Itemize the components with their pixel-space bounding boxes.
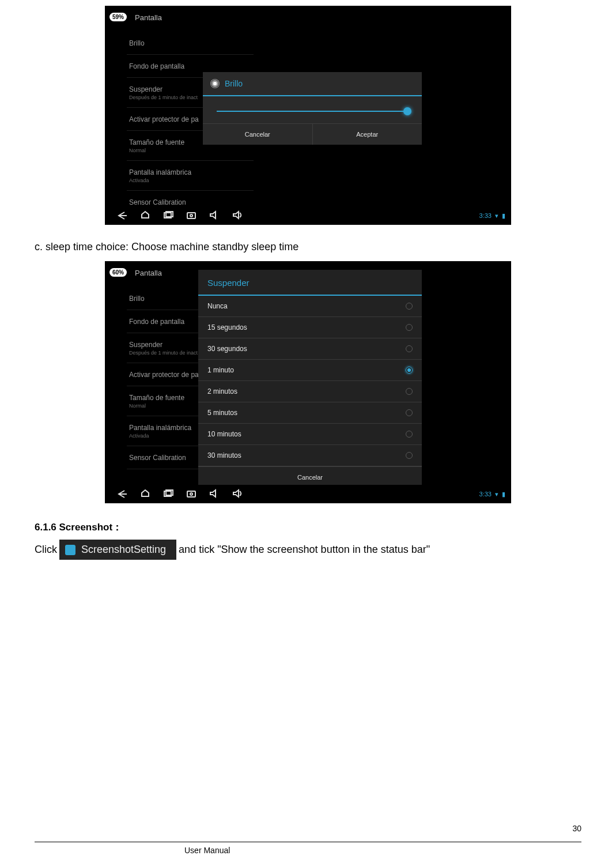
brightness-slider[interactable] <box>217 111 408 112</box>
back-icon[interactable] <box>111 488 134 500</box>
volume-up-icon[interactable] <box>226 488 249 500</box>
radio-icon <box>406 345 413 352</box>
svg-point-7 <box>190 493 192 495</box>
radio-icon <box>406 409 413 416</box>
clock: 3:33 <box>479 491 492 498</box>
volume-up-icon[interactable] <box>226 210 249 222</box>
sleep-option[interactable]: 30 minutos <box>198 445 422 466</box>
sleep-option[interactable]: Nunca <box>198 296 422 317</box>
section-heading: 6.1.6 Screenshot： <box>35 521 581 534</box>
sleep-option[interactable]: 5 minutos <box>198 402 422 424</box>
status-area[interactable]: 3:33 ▾ ▮ <box>479 491 505 498</box>
screen-title: Pantalla <box>135 13 162 22</box>
svg-point-3 <box>190 214 192 217</box>
home-icon[interactable] <box>134 488 157 500</box>
sleep-option[interactable]: 1 minuto <box>198 360 422 381</box>
volume-down-icon[interactable] <box>203 210 226 222</box>
nav-bar: 3:33 ▾ ▮ <box>105 485 511 503</box>
battery-badge: 60% <box>109 268 127 277</box>
wifi-icon: ▾ <box>495 212 498 220</box>
screenshot-sleep: 60% Pantalla Brillo Fondo de pantalla Su… <box>105 261 511 503</box>
nav-bar: 3:33 ▾ ▮ <box>105 206 511 225</box>
home-icon[interactable] <box>134 210 157 222</box>
footer-text: User Manual <box>184 846 230 855</box>
volume-down-icon[interactable] <box>203 488 226 500</box>
accept-button[interactable]: Aceptar <box>313 124 422 145</box>
wifi-icon: ▾ <box>495 491 498 498</box>
brightness-dialog: Brillo Cancelar Aceptar <box>203 72 422 145</box>
click-label: Click <box>35 544 57 556</box>
tick-label: and tick "Show the screenshot button in … <box>179 544 430 556</box>
recent-icon[interactable] <box>157 488 180 500</box>
svg-rect-6 <box>187 491 195 497</box>
battery-badge: 59% <box>109 13 127 21</box>
radio-icon <box>406 388 413 395</box>
recent-icon[interactable] <box>157 210 180 222</box>
caption-text: c. sleep time choice: Choose machine sta… <box>35 241 581 253</box>
sleep-option[interactable]: 30 segundos <box>198 338 422 360</box>
slider-thumb[interactable] <box>403 107 411 115</box>
radio-icon-selected <box>406 367 413 374</box>
status-area[interactable]: 3:33 ▾ ▮ <box>479 212 505 220</box>
list-item[interactable]: Pantalla inalámbricaActivada <box>127 161 254 191</box>
radio-icon <box>406 431 413 438</box>
battery-icon: ▮ <box>502 491 505 498</box>
footer: User Manual <box>35 842 581 846</box>
dialog-title: Suspender <box>198 270 422 296</box>
sleep-dialog: Suspender Nunca 15 segundos 30 segundos … <box>198 270 422 488</box>
brightness-icon <box>211 80 219 88</box>
back-icon[interactable] <box>111 210 134 222</box>
dialog-title: Brillo <box>225 79 243 88</box>
page-number: 30 <box>572 824 581 833</box>
screen-title: Pantalla <box>135 269 162 277</box>
radio-icon <box>406 324 413 331</box>
radio-icon <box>406 452 413 459</box>
battery-icon: ▮ <box>502 212 505 220</box>
sleep-option[interactable]: 10 minutos <box>198 424 422 445</box>
screenshot-icon <box>65 545 75 555</box>
cancel-button[interactable]: Cancelar <box>203 124 313 145</box>
sleep-option[interactable]: 2 minutos <box>198 381 422 402</box>
screenshot-nav-icon[interactable] <box>180 488 203 500</box>
radio-icon <box>406 303 413 310</box>
list-item[interactable]: Brillo <box>127 32 254 55</box>
instruction-row: Click ScreenshotSetting and tick "Show t… <box>35 540 581 560</box>
clock: 3:33 <box>479 212 492 219</box>
sleep-option[interactable]: 15 segundos <box>198 317 422 338</box>
screenshot-brightness: 59% Pantalla Brillo Fondo de pantalla Su… <box>105 6 511 225</box>
screenshot-nav-icon[interactable] <box>180 210 203 222</box>
svg-rect-2 <box>187 213 195 218</box>
screenshot-setting-button[interactable]: ScreenshotSetting <box>59 540 176 560</box>
